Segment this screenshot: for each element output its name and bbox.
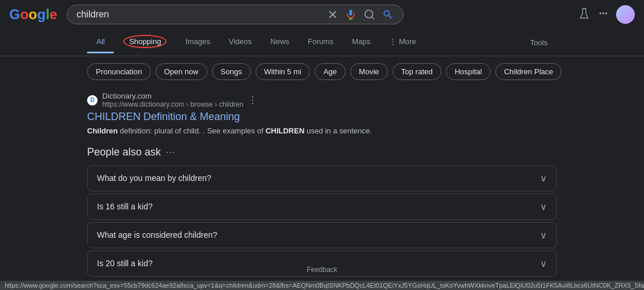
chip-top-rated[interactable]: Top rated <box>393 63 441 80</box>
paa-question-1: Is 16 still a kid? <box>97 202 153 211</box>
shopping-circle-label: Shopping <box>123 35 167 48</box>
paa-question-2: What age is considered children? <box>97 230 217 240</box>
nav-tabs-left: All Shopping Images Videos News Forums M… <box>87 29 426 56</box>
snippet-text-2: used in a sentence. <box>307 126 372 135</box>
tab-images[interactable]: Images <box>176 31 220 53</box>
paa-question-3: Is 20 still a kid? <box>97 259 153 268</box>
clear-button[interactable] <box>328 9 338 20</box>
tab-maps[interactable]: Maps <box>343 31 380 53</box>
labs-icon[interactable] <box>578 7 591 23</box>
result-item-dictionary: D Dictionary.com https://www.dictionary.… <box>87 92 557 137</box>
nav-tabs: All Shopping Images Videos News Forums M… <box>0 29 644 56</box>
paa-chevron-3: ∨ <box>540 258 547 269</box>
chip-pronunciation[interactable]: Pronunciation <box>87 63 151 80</box>
chip-within-5mi[interactable]: Within 5 mi <box>256 63 310 80</box>
paa-question-0: What do you mean by children? <box>97 173 211 183</box>
paa-chevron-0: ∨ <box>540 173 547 184</box>
google-logo[interactable]: Google <box>9 6 57 23</box>
svg-rect-0 <box>349 10 352 16</box>
snippet-bold-1: Children <box>87 126 118 135</box>
header-right <box>578 5 635 24</box>
tab-all[interactable]: All <box>87 31 114 53</box>
result-source: D Dictionary.com https://www.dictionary.… <box>87 92 557 108</box>
chip-age[interactable]: Age <box>315 63 346 80</box>
main-content: D Dictionary.com https://www.dictionary.… <box>0 87 644 284</box>
result-source-name: Dictionary.com <box>102 92 243 100</box>
search-button[interactable] <box>382 9 394 20</box>
result-favicon: D <box>87 95 98 106</box>
chip-hospital[interactable]: Hospital <box>446 63 491 80</box>
result-source-url: https://www.dictionary.com › browse › ch… <box>102 100 243 108</box>
paa-header: People also ask ⋯ <box>87 146 557 158</box>
paa-title: People also ask <box>87 146 161 158</box>
lens-button[interactable] <box>364 9 375 20</box>
paa-chevron-1: ∨ <box>540 201 547 212</box>
result-more-button[interactable]: ⋮ <box>248 95 257 106</box>
paa-item-2[interactable]: What age is considered children? ∨ <box>87 222 557 248</box>
mic-button[interactable] <box>345 9 357 20</box>
chip-movie[interactable]: Movie <box>350 63 388 80</box>
chip-songs[interactable]: Songs <box>212 63 251 80</box>
filter-chips: Pronunciation Open now Songs Within 5 mi… <box>0 56 644 87</box>
snippet-text-1: definition: plural of child. . See examp… <box>120 126 265 135</box>
tab-news[interactable]: News <box>261 31 299 53</box>
url-bar: https://www.google.com/search?sca_esv=55… <box>0 281 644 290</box>
tab-more[interactable]: ⋮ More <box>380 31 426 53</box>
paa-more-icon[interactable]: ⋯ <box>166 147 175 158</box>
paa-section: People also ask ⋯ What do you mean by ch… <box>87 146 557 277</box>
result-snippet: Children definition: plural of child. . … <box>87 125 557 137</box>
tab-forums[interactable]: Forums <box>298 31 343 53</box>
search-icons <box>328 9 394 20</box>
tab-shopping[interactable]: Shopping <box>114 29 176 56</box>
paa-chevron-2: ∨ <box>540 230 547 241</box>
search-input[interactable]: children <box>77 9 323 20</box>
chip-open-now[interactable]: Open now <box>156 63 207 80</box>
chip-children-place[interactable]: Children Place <box>495 63 562 80</box>
header: Google children <box>0 0 644 29</box>
grid-icon[interactable] <box>598 8 609 22</box>
snippet-bold-2: CHILDREN <box>265 126 304 135</box>
paa-item-1[interactable]: Is 16 still a kid? ∨ <box>87 194 557 220</box>
avatar[interactable] <box>616 5 635 24</box>
paa-item-0[interactable]: What do you mean by children? ∨ <box>87 165 557 191</box>
tab-tools[interactable]: Tools <box>521 32 557 53</box>
result-title[interactable]: CHILDREN Definition & Meaning <box>87 111 557 123</box>
tab-videos[interactable]: Videos <box>220 31 261 53</box>
search-bar[interactable]: children <box>67 5 404 24</box>
feedback-bar[interactable]: Feedback <box>302 261 342 278</box>
